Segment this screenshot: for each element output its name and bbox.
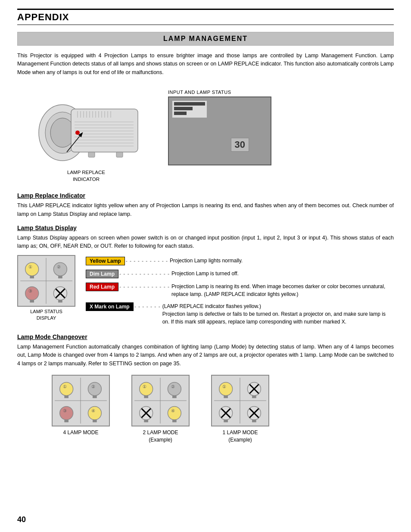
svg-text:④: ④ [91, 408, 95, 413]
svg-text:②: ② [91, 384, 95, 389]
svg-rect-56 [64, 420, 68, 422]
lamp-legend: Yellow Lamp - - - - - - - - - - - Projec… [86, 255, 394, 326]
section-title: LAMP MANAGEMENT [163, 35, 248, 42]
svg-text:④: ④ [171, 408, 175, 413]
lamp-replace-indicator-section: Lamp Replace Indicator This LAMP REPLACE… [17, 192, 394, 218]
status-screen-inner [172, 101, 207, 118]
svg-rect-37 [58, 276, 62, 278]
page-container: APPENDIX LAMP MANAGEMENT This Projector … [0, 0, 411, 532]
svg-rect-71 [144, 420, 148, 422]
lamp-status-display-heading: Lamp Status Display [17, 224, 394, 231]
red-lamp-description: Projection Lamp is nearing its end. When… [171, 283, 394, 298]
xmark-lamp-badge: X Mark on Lamp [86, 302, 134, 311]
appendix-header: APPENDIX [17, 9, 394, 25]
svg-point-25 [75, 131, 80, 135]
lamp-replace-indicator-body: This LAMP REPLACE indicator lights yello… [17, 202, 394, 218]
svg-rect-28 [88, 152, 95, 157]
middle-row: LAMP REPLACE INDICATOR INPUT AND LAMP ST… [17, 85, 394, 183]
lamp-replace-indicator-heading: Lamp Replace Indicator [17, 192, 394, 199]
status-number: 30 [231, 138, 249, 152]
intro-text: This Projector is equipped with 4 Projec… [17, 52, 394, 77]
four-lamp-mode-item: ① ② ③ ④ 4 LAMP MODE [52, 375, 110, 436]
svg-text:③: ③ [28, 289, 32, 293]
lamp-status-content: ① ② ③ LAMP STATUS DISPLAY [17, 255, 394, 326]
svg-rect-88 [224, 420, 228, 422]
xmark-lamp-dashes: - - - - - - - [134, 302, 162, 310]
svg-rect-53 [93, 395, 97, 398]
red-lamp-badge: Red Lamp [86, 283, 118, 291]
svg-text:②: ② [171, 384, 175, 389]
lamp-status-display-section: Lamp Status Display Lamp Status Display … [17, 224, 394, 326]
svg-rect-40 [30, 300, 34, 302]
lamp-mode-changeover-body: Lamp Management Function automatically c… [17, 343, 394, 368]
status-row-1 [174, 102, 205, 106]
lamp-status-display-body: Lamp Status Display appears on screen wh… [17, 234, 394, 251]
svg-text:①: ① [63, 384, 67, 389]
red-lamp-dashes: - - - - - - - - - - - - - [118, 283, 171, 290]
svg-rect-29 [116, 152, 123, 157]
svg-text:①: ① [222, 384, 226, 389]
dim-lamp-dashes: - - - - - - - - - - - - - [118, 270, 171, 277]
lamp-mode-images: ① ② ③ ④ 4 LAMP MODE [17, 375, 394, 444]
svg-rect-50 [64, 395, 68, 398]
svg-rect-81 [224, 395, 228, 398]
svg-rect-92 [252, 420, 256, 422]
svg-rect-34 [30, 276, 34, 278]
status-screen: 30 [168, 96, 271, 165]
lamp-replace-label: LAMP REPLACE INDICATOR [67, 169, 105, 183]
dim-lamp-description: Projection Lamp is turned off. [171, 270, 394, 277]
appendix-title: APPENDIX [17, 12, 69, 22]
svg-rect-75 [172, 420, 177, 422]
yellow-lamp-dashes: - - - - - - - - - - - [125, 257, 170, 264]
one-lamp-mode-label: 1 LAMP MODE (Example) [223, 429, 258, 444]
svg-text:①: ① [143, 384, 146, 389]
svg-rect-59 [93, 420, 97, 422]
svg-rect-68 [172, 395, 177, 398]
xmark-lamp-description: (LAMP REPLACE indicator flashes yellow.)… [162, 302, 394, 326]
svg-rect-65 [144, 395, 148, 398]
yellow-lamp-description: Projection Lamp lights normally. [170, 257, 394, 264]
svg-rect-84 [252, 395, 256, 398]
status-row-3 [174, 112, 187, 115]
four-lamp-mode-label: 4 LAMP MODE [63, 429, 99, 436]
two-lamp-mode-item: ① ② ④ 2 LAMP MODE (Example) [131, 375, 190, 444]
status-row-2 [174, 107, 193, 110]
page-number: 40 [17, 515, 26, 524]
lamp-status-display-label: LAMP STATUS DISPLAY [30, 308, 62, 322]
svg-text:③: ③ [63, 408, 67, 413]
svg-text:①: ① [28, 264, 32, 269]
input-lamp-status-label: INPUT AND LAMP STATUS [168, 90, 231, 95]
legend-row-red: Red Lamp - - - - - - - - - - - - - Proje… [86, 283, 394, 298]
legend-row-xmark: X Mark on Lamp - - - - - - - (LAMP REPLA… [86, 302, 394, 326]
lamp-grid-wrap: ① ② ③ LAMP STATUS DISPLAY [17, 255, 75, 326]
two-lamp-mode-label: 2 LAMP MODE (Example) [143, 429, 178, 444]
one-lamp-mode-item: ① 1 LAMP MODE (Example) [211, 375, 269, 444]
lamp-mode-changeover-section: Lamp Mode Changeover Lamp Management Fun… [17, 333, 394, 444]
projector-illustration [24, 85, 149, 167]
yellow-lamp-badge: Yellow Lamp [86, 257, 125, 265]
legend-row-yellow: Yellow Lamp - - - - - - - - - - - Projec… [86, 257, 394, 265]
lamp-mode-changeover-heading: Lamp Mode Changeover [17, 333, 394, 340]
svg-rect-43 [58, 300, 62, 302]
dim-lamp-badge: Dim Lamp [86, 270, 118, 278]
svg-text:②: ② [57, 264, 61, 269]
legend-row-dim: Dim Lamp - - - - - - - - - - - - - Proje… [86, 270, 394, 278]
section-title-box: LAMP MANAGEMENT [17, 32, 394, 46]
status-display-area: INPUT AND LAMP STATUS 30 [168, 85, 394, 165]
projector-area: LAMP REPLACE INDICATOR [17, 85, 155, 183]
